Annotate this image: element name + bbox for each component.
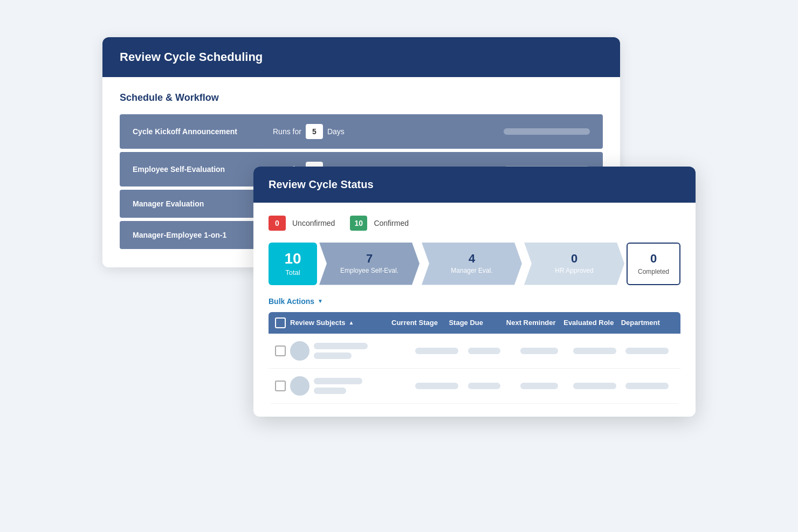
runs-text-kickoff: Runs for [273, 127, 301, 136]
scheduling-card-header: Review Cycle Scheduling [102, 37, 620, 77]
table-row-reminder-2 [520, 383, 569, 389]
table-col-due-header[interactable]: Stage Due [449, 319, 501, 327]
table-col-dept-header[interactable]: Department [621, 319, 674, 327]
status-card-body: 0 Unconfirmed 10 Confirmed 10 Total 7 Em… [253, 203, 696, 417]
table-row [269, 369, 680, 404]
workflow-runs-kickoff: Runs for 5 Days [273, 124, 345, 139]
status-title: Review Cycle Status [269, 178, 680, 191]
workflow-label-1on1: Manager-Employee 1-on-1 [133, 231, 273, 239]
table-row-avatar-1 [290, 341, 309, 361]
table-col-stage-header[interactable]: Current Stage [391, 319, 444, 327]
unconfirmed-badge: 0 [269, 216, 286, 231]
pipeline-stage-label-0: Employee Self-Eval. [340, 267, 398, 274]
bulk-actions-arrow-icon: ▼ [318, 298, 323, 304]
table-col-subjects-header[interactable]: Review Subjects ▲ [290, 319, 387, 327]
placeholder [468, 348, 500, 354]
workflow-row-kickoff: Cycle Kickoff Announcement Runs for 5 Da… [120, 114, 603, 149]
placeholder [573, 383, 616, 389]
pipeline-total-num: 10 [284, 251, 301, 266]
pipeline-completed-num: 0 [650, 252, 657, 266]
placeholder [625, 348, 669, 354]
table-row-due-2 [468, 383, 517, 389]
bulk-actions-label: Bulk Actions [269, 297, 314, 306]
workflow-label-self-eval: Employee Self-Evaluation [133, 165, 273, 174]
placeholder [415, 348, 458, 354]
table-row-role-1 [573, 348, 622, 354]
pipeline-total-label: Total [285, 268, 300, 277]
pipeline-stage-self-eval: 7 Employee Self-Eval. [319, 243, 419, 285]
placeholder [625, 383, 669, 389]
table-row-dept-2 [625, 383, 674, 389]
review-table: Review Subjects ▲ Current Stage Stage Du… [269, 312, 680, 404]
placeholder [415, 383, 458, 389]
table-row-subjects-2 [314, 378, 411, 394]
table-row-role-2 [573, 383, 622, 389]
placeholder [314, 343, 368, 349]
table-header-checkbox[interactable] [275, 317, 286, 328]
scheduling-title: Review Cycle Scheduling [120, 50, 603, 64]
confirmed-badge: 10 [350, 216, 367, 231]
placeholder [573, 348, 616, 354]
status-card-header: Review Cycle Status [253, 167, 696, 203]
table-col-reminder-header[interactable]: Next Reminder [506, 319, 559, 327]
table-row-stage-2 [415, 383, 464, 389]
table-row [269, 334, 680, 369]
table-row-due-1 [468, 348, 517, 354]
placeholder [314, 378, 362, 384]
unconfirmed-label: Unconfirmed [292, 219, 335, 227]
table-header: Review Subjects ▲ Current Stage Stage Du… [269, 312, 680, 334]
pipeline-stage-label-2: HR Approved [555, 267, 593, 274]
workflow-label-kickoff: Cycle Kickoff Announcement [133, 127, 273, 136]
placeholder [468, 383, 500, 389]
bulk-actions-button[interactable]: Bulk Actions ▼ [269, 297, 680, 306]
pipeline-stage-hr-approved: 0 HR Approved [524, 243, 624, 285]
days-suffix-kickoff: Days [327, 127, 345, 136]
pipeline-completed: 0 Completed [627, 243, 680, 285]
table-row-checkbox-1[interactable] [275, 346, 286, 356]
table-row-checkbox-2[interactable] [275, 381, 286, 391]
pipeline-stage-num-0: 7 [366, 253, 373, 265]
table-row-reminder-1 [520, 348, 569, 354]
pipeline-stage-label-1: Manager Eval. [451, 267, 492, 274]
status-card: Review Cycle Status 0 Unconfirmed 10 Con… [253, 167, 696, 417]
workflow-bar-kickoff [504, 128, 590, 135]
placeholder [314, 353, 352, 359]
confirmed-label: Confirmed [374, 219, 409, 227]
pipeline-stage-manager-eval: 4 Manager Eval. [422, 243, 522, 285]
sort-icon: ▲ [349, 320, 354, 326]
placeholder [314, 388, 346, 394]
table-row-stage-1 [415, 348, 464, 354]
pipeline-stage-num-1: 4 [469, 253, 475, 265]
runs-badge-kickoff: 5 [306, 124, 323, 139]
table-row-subjects-1 [314, 343, 411, 359]
pipeline-stage-num-2: 0 [571, 253, 577, 265]
schedule-workflow-title: Schedule & Workflow [120, 92, 603, 103]
table-row-avatar-2 [290, 376, 309, 396]
pipeline-total: 10 Total [269, 243, 317, 285]
placeholder [520, 383, 558, 389]
pipeline-row: 10 Total 7 Employee Self-Eval. 4 Manager… [269, 243, 680, 285]
status-badges-row: 0 Unconfirmed 10 Confirmed [269, 216, 680, 231]
pipeline-completed-label: Completed [638, 268, 669, 275]
workflow-label-manager-eval: Manager Evaluation [133, 199, 273, 208]
table-col-role-header[interactable]: Evaluated Role [563, 319, 616, 327]
placeholder [520, 348, 558, 354]
table-row-dept-1 [625, 348, 674, 354]
